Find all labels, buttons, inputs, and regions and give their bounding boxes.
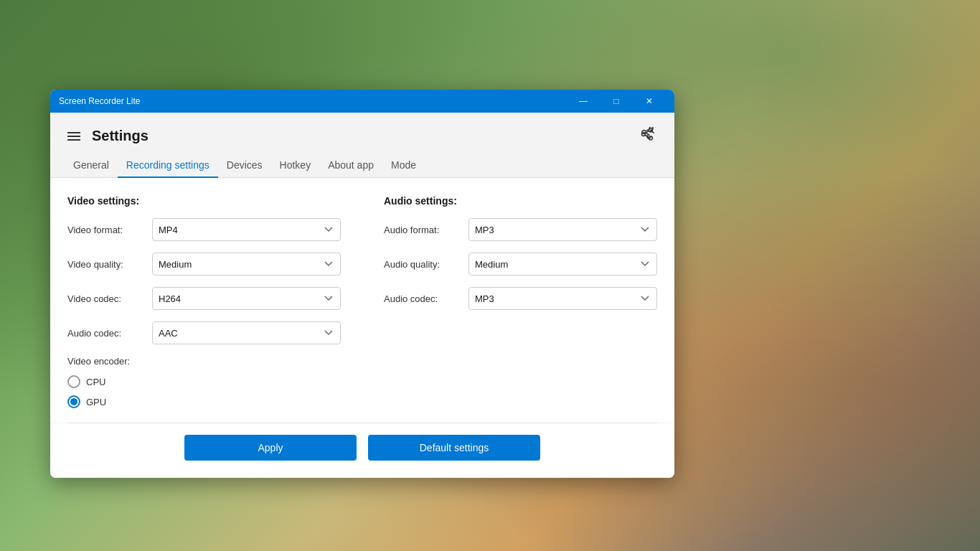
audio-codec-video-select[interactable]: AAC MP3 OGG FLAC: [152, 321, 341, 344]
video-quality-row: Video quality: Low Medium High Very High: [67, 253, 341, 276]
gpu-radio-button[interactable]: [67, 395, 80, 408]
audio-codec-video-row: Audio codec: AAC MP3 OGG FLAC: [67, 321, 341, 344]
video-format-label: Video format:: [67, 225, 146, 235]
cpu-radio-item[interactable]: CPU: [67, 375, 341, 388]
video-settings-col: Video settings: Video format: MP4 AVI MK…: [67, 195, 341, 408]
audio-settings-title: Audio settings:: [384, 195, 657, 207]
gpu-radio-label: GPU: [86, 397, 106, 408]
encoder-radio-group: CPU GPU: [67, 375, 341, 408]
audio-format-row: Audio format: MP3 AAC OGG FLAC WAV: [384, 218, 657, 241]
audio-format-select[interactable]: MP3 AAC OGG FLAC WAV: [468, 218, 657, 241]
tab-about-app[interactable]: About app: [319, 154, 382, 178]
video-codec-select[interactable]: H264 H265 VP8 VP9: [152, 287, 341, 310]
tab-recording-settings[interactable]: Recording settings: [118, 154, 218, 178]
hamburger-line-2: [67, 136, 80, 137]
audio-codec-select[interactable]: MP3 AAC OGG FLAC: [468, 287, 657, 310]
header-left: Settings: [65, 128, 149, 144]
content-area: Settings General Recording settings Devi…: [50, 113, 674, 478]
tab-devices[interactable]: Devices: [218, 154, 271, 178]
title-bar: Screen Recorder Lite — □ ✕: [50, 90, 674, 113]
settings-grid: Video settings: Video format: MP4 AVI MK…: [67, 195, 657, 408]
cpu-radio-button[interactable]: [67, 375, 80, 388]
gpu-radio-item[interactable]: GPU: [67, 395, 341, 408]
video-settings-title: Video settings:: [67, 195, 341, 207]
video-quality-label: Video quality:: [67, 259, 146, 270]
hamburger-button[interactable]: [65, 129, 83, 143]
default-settings-button[interactable]: Default settings: [368, 435, 540, 461]
hamburger-line-1: [67, 132, 80, 133]
audio-quality-select[interactable]: Low Medium High Very High: [468, 253, 657, 276]
footer-buttons: Apply Default settings: [50, 423, 674, 478]
video-encoder-section: Video encoder: CPU GPU: [67, 356, 341, 408]
hamburger-line-3: [67, 139, 80, 141]
audio-quality-label: Audio quality:: [384, 259, 463, 270]
video-quality-select[interactable]: Low Medium High Very High: [152, 253, 341, 276]
tab-hotkey[interactable]: Hotkey: [271, 154, 320, 178]
page-title: Settings: [92, 128, 149, 144]
main-content: Video settings: Video format: MP4 AVI MK…: [50, 178, 674, 423]
apply-button[interactable]: Apply: [184, 435, 357, 461]
audio-codec-video-label: Audio codec:: [67, 328, 146, 339]
maximize-button[interactable]: □: [600, 90, 633, 113]
video-codec-row: Video codec: H264 H265 VP8 VP9: [67, 287, 341, 310]
window-controls: — □ ✕: [567, 90, 666, 113]
video-codec-label: Video codec:: [67, 293, 146, 304]
video-encoder-label: Video encoder:: [67, 356, 341, 367]
video-format-row: Video format: MP4 AVI MKV MOV: [67, 218, 341, 241]
audio-format-label: Audio format:: [384, 225, 463, 235]
tab-bar: General Recording settings Devices Hotke…: [50, 148, 674, 178]
close-button[interactable]: ✕: [633, 90, 666, 113]
share-button[interactable]: [634, 124, 660, 148]
app-window: Screen Recorder Lite — □ ✕ Settings: [50, 90, 674, 478]
tab-general[interactable]: General: [65, 154, 118, 178]
share-icon: [640, 127, 654, 141]
audio-quality-row: Audio quality: Low Medium High Very High: [384, 253, 657, 276]
audio-codec-row: Audio codec: MP3 AAC OGG FLAC: [384, 287, 657, 310]
minimize-button[interactable]: —: [567, 90, 600, 113]
cpu-radio-label: CPU: [86, 377, 105, 387]
page-header: Settings: [50, 113, 674, 148]
audio-codec-label: Audio codec:: [384, 293, 463, 304]
audio-settings-col: Audio settings: Audio format: MP3 AAC OG…: [384, 195, 657, 408]
app-title: Screen Recorder Lite: [59, 96, 140, 106]
tab-mode[interactable]: Mode: [382, 154, 425, 178]
video-format-select[interactable]: MP4 AVI MKV MOV: [152, 218, 341, 241]
